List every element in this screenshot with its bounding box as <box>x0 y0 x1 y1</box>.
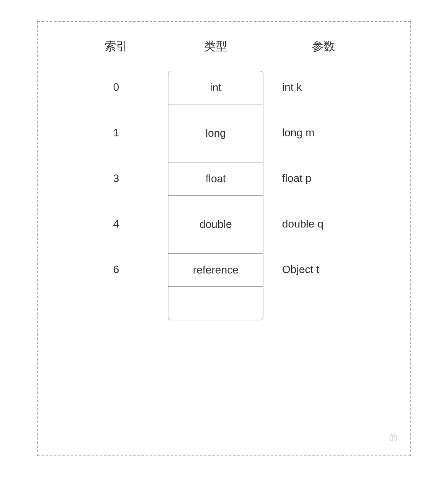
type-cell-float: float <box>168 162 263 196</box>
type-table: int long float double reference <box>168 71 263 320</box>
index-entry-6: 6 <box>75 253 158 286</box>
type-cell-reference: reference <box>168 254 263 287</box>
param-entry-float-p: float p <box>282 162 312 195</box>
params-column: 参数 int k long m float p double q Object … <box>274 39 373 320</box>
index-entry-3: 3 <box>75 162 158 195</box>
param-entry-object-t: Object t <box>282 253 319 286</box>
index-entry-1: 1 <box>75 104 158 162</box>
index-column: 索引 0 1 3 4 6 <box>75 39 158 320</box>
index-value-3: 3 <box>113 172 119 185</box>
index-value-1: 1 <box>113 126 119 139</box>
index-value-0: 0 <box>113 81 119 94</box>
type-cell-empty <box>168 287 263 320</box>
param-entries: int k long m float p double q Object t <box>274 71 373 320</box>
type-column: 类型 int long float double reference <box>158 39 274 320</box>
index-entry-4: 4 <box>75 195 158 253</box>
index-value-6: 6 <box>113 263 119 276</box>
params-header: 参数 <box>312 39 335 54</box>
param-entry-long-m: long m <box>282 104 314 162</box>
index-header: 索引 <box>105 39 128 54</box>
index-entry-empty <box>75 286 158 320</box>
index-entries: 0 1 3 4 6 <box>75 71 158 320</box>
watermark: 的 <box>389 432 397 443</box>
index-entry-0: 0 <box>75 71 158 104</box>
type-cell-double: double <box>168 196 263 254</box>
param-entry-double-q: double q <box>282 195 324 253</box>
type-header: 类型 <box>204 39 227 54</box>
index-value-4: 4 <box>113 218 119 230</box>
main-container: 索引 0 1 3 4 6 <box>37 21 411 456</box>
param-entry-int-k: int k <box>282 71 302 104</box>
type-cell-long: long <box>168 104 263 162</box>
type-cell-int: int <box>168 71 263 104</box>
